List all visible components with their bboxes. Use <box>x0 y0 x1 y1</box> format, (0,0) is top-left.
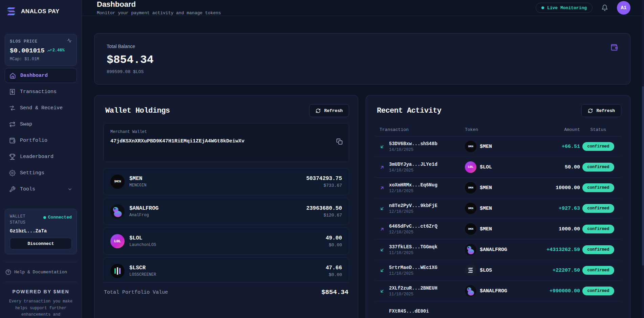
transaction-date: 11/10/2025 <box>389 251 437 255</box>
transaction-date: 11/10/2025 <box>389 292 437 297</box>
sidebar-item-swap[interactable]: Swap <box>5 117 77 132</box>
incoming-arrow-icon <box>380 247 385 252</box>
token-usd-value: $0.00 <box>326 272 342 277</box>
token-usd-value: $0.00 <box>326 243 342 248</box>
total-portfolio-value: $854.34 <box>321 289 348 296</box>
act-menvso-icon: $MEN <box>465 141 476 152</box>
activity-table-body: 53DV6Bxw...shS48b14/10/2025$MEN$MEN+66.5… <box>375 136 621 318</box>
disconnect-button[interactable]: Disconnect <box>10 238 72 249</box>
transaction-amount: 1000.00 <box>529 226 580 232</box>
token-row[interactable]: $ANALFROGAnalFrog23963680.50$120.67 <box>103 198 349 225</box>
help-documentation-link[interactable]: Help & Documentation <box>5 268 77 276</box>
holdings-refresh-button[interactable]: Refresh <box>309 104 349 117</box>
live-monitoring-badge[interactable]: Live Monitoring <box>536 3 593 13</box>
transaction-hash: 3mUDYJya...JLYe1d <box>389 162 437 167</box>
column-token: Token <box>465 127 529 132</box>
column-transaction: Transaction <box>380 127 465 132</box>
gear-icon <box>9 170 16 176</box>
token-usd-value: $120.67 <box>306 213 342 218</box>
incoming-arrow-icon <box>380 144 385 149</box>
transaction-date: 12/10/2025 <box>389 230 437 235</box>
activity-row[interactable]: n8Te2PyV...9kbFjE12/10/2025$MEN$MEN+927.… <box>375 198 621 219</box>
topbar: Dashboard Monitor your payment activity … <box>82 0 644 16</box>
divider <box>103 282 349 282</box>
incoming-arrow-icon <box>380 206 385 211</box>
trophy-icon <box>9 154 16 160</box>
scrollbar-thumb[interactable] <box>642 86 644 266</box>
activity-row[interactable]: 337fkLES...TGGmqk11/10/2025$ANALFROG+431… <box>375 240 621 260</box>
wallet-icon <box>610 44 618 53</box>
token-usd-value: $733.67 <box>306 183 342 188</box>
brand[interactable]: ANALOS PAY <box>5 5 77 18</box>
receipt-icon <box>9 89 16 95</box>
sidebar-item-send-receive[interactable]: Send & Receive <box>5 100 77 115</box>
transaction-amount: +66.51 <box>529 144 580 150</box>
activity-row[interactable]: FXtR4S...dE00i <box>375 301 621 318</box>
activity-row[interactable]: xoXmHRMx...Eq6Nug12/10/2025$MEN$MEN10000… <box>375 178 621 198</box>
transaction-amount: +990000.00 <box>529 288 580 294</box>
total-portfolio-label: Total Portfolio Value <box>104 290 168 295</box>
sidebar-item-portfolio[interactable]: Portfolio <box>5 133 77 148</box>
activity-row[interactable]: 5rtrMaeD...WEc1XG11/10/2025$LOS+22207.50… <box>375 260 621 281</box>
sidebar-item-transactions[interactable]: Transactions <box>5 84 77 99</box>
lscr-icon <box>110 264 125 278</box>
sidebar-item-tools[interactable]: Tools <box>5 182 77 197</box>
los-price-value: $0.001015 <box>10 47 45 54</box>
sidebar-nav: DashboardTransactionsSend & ReceiveSwapP… <box>5 68 77 197</box>
transaction-date: 11/10/2025 <box>389 271 437 276</box>
sidebar-item-settings[interactable]: Settings <box>5 165 77 180</box>
page-scrollbar[interactable] <box>642 0 644 318</box>
activity-row[interactable]: 3mUDYJya...JLYe1d14/10/2025LOL$LOL50.00c… <box>375 157 621 178</box>
token-symbol: $LOL <box>480 164 492 170</box>
activity-refresh-button[interactable]: Refresh <box>581 104 621 117</box>
sidebar-item-dashboard[interactable]: Dashboard <box>5 68 77 83</box>
activity-row[interactable]: 53DV6Bxw...shS48b14/10/2025$MEN$MEN+66.5… <box>375 136 621 157</box>
content: Total Balance $854.34 899599.08 $LOS Wal… <box>82 16 644 318</box>
token-symbol: $MEN <box>480 185 492 191</box>
act-lolu5x-icon: LOL <box>465 161 476 173</box>
token-row[interactable]: LOL$LOLLaunchonLOS49.00$0.00 <box>103 228 349 255</box>
copy-address-button[interactable] <box>336 138 343 146</box>
token-row[interactable]: $LSCRLOSSCREENER47.66$0.00 <box>103 257 349 280</box>
wallet-status-card: WALLET STATUS Connected Gz1bzL...ZaTa Di… <box>5 209 77 254</box>
help-circle-icon <box>5 269 11 275</box>
wallet-address: Gz1bzL...ZaTa <box>10 228 72 234</box>
act-analfrogzcy-icon <box>465 244 476 255</box>
sidebar-item-leaderboard[interactable]: Leaderboard <box>5 149 77 164</box>
act-men7by-icon: $MEN <box>465 203 476 214</box>
connected-dot-icon <box>43 216 46 219</box>
token-symbol: $LOS <box>480 268 492 273</box>
token-list: $MEN$MENMENCOIN50374293.75$733.67$ANALFR… <box>103 168 349 280</box>
sidebar-item-label: Swap <box>20 121 32 127</box>
status-badge: confirmed <box>582 142 615 151</box>
powered-by-text: Every transaction you make helps support… <box>5 298 77 318</box>
total-balance-label: Total Balance <box>107 44 618 49</box>
sidebar-item-label: Settings <box>20 170 44 176</box>
status-badge: confirmed <box>582 183 615 192</box>
activity-row[interactable]: 2XLf2zuR...2BNEUH11/10/2025$ANALFROG+990… <box>375 281 621 301</box>
token-row[interactable]: $MEN$MENMENCOIN50374293.75$733.67 <box>103 168 349 195</box>
transaction-date: 12/10/2025 <box>389 209 437 214</box>
merchant-wallet-label: Merchant Wallet <box>110 130 342 134</box>
divider <box>5 262 77 262</box>
los-price-label: $LOS PRICE <box>10 39 38 44</box>
token-name: MENCOIN <box>129 183 146 188</box>
notifications-button[interactable] <box>601 4 608 11</box>
token-amount: 49.00 <box>326 235 342 241</box>
activity-pulse-icon <box>67 38 72 45</box>
act-men3cf-icon: $MEN <box>465 182 476 194</box>
activity-row[interactable]: 6465dFvC...ct6ZrQ12/10/2025$MEN$MEN1000.… <box>375 219 621 240</box>
live-dot-icon <box>541 6 544 9</box>
analfrog-icon <box>110 204 125 219</box>
sidebar-item-label: Leaderboard <box>20 154 53 160</box>
avatar[interactable]: A1 <box>617 1 630 15</box>
analos-logo-icon <box>6 6 18 17</box>
transaction-hash: 5rtrMaeD...WEc1XG <box>389 265 437 270</box>
token-symbol: $ANALFROG <box>480 288 507 294</box>
column-status: Status <box>580 127 617 132</box>
token-symbol: $MEN <box>129 176 146 182</box>
outgoing-arrow-icon <box>380 185 385 190</box>
wallet-status-label: WALLET STATUS <box>10 213 34 226</box>
token-symbol: $ANALFROG <box>129 205 158 211</box>
token-name: LaunchonLOS <box>129 243 156 247</box>
